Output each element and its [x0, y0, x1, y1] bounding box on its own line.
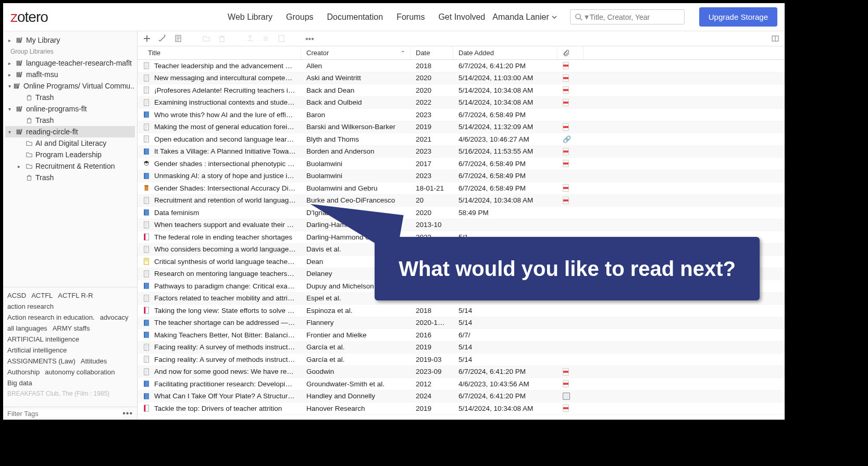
- tag[interactable]: Authorship: [7, 368, 40, 376]
- sidebar-group[interactable]: ▸maflt-msu: [5, 69, 135, 80]
- sidebar-group[interactable]: ▸language-teacher-research-maflt: [5, 57, 135, 69]
- tag[interactable]: ACTFL: [31, 292, 53, 299]
- table-row[interactable]: Taking the long view: State efforts to s…: [138, 305, 785, 317]
- table-row[interactable]: Data feminism D'Ignazio and Klein 2020 5…: [138, 207, 785, 219]
- item-date-added: 6/7/2024, 6:58:49 PM: [453, 172, 557, 180]
- item-date-added: 5/14: [453, 307, 557, 314]
- library-tree: ▸ My Library Group Libraries ▸language-t…: [3, 31, 137, 287]
- item-title: Gender shades : intersectional phenotypi…: [154, 160, 296, 168]
- sidebar-group[interactable]: ▾reading-circle-flt: [5, 126, 135, 137]
- table-row[interactable]: Teacher leadership and the advancement o…: [138, 60, 785, 72]
- item-creator: Goodwin: [301, 368, 411, 375]
- svg-rect-61: [144, 332, 145, 338]
- table-row[interactable]: Unmasking AI: a story of hope and justic…: [138, 170, 785, 183]
- search-box[interactable]: ▾: [570, 9, 685, 24]
- table-row[interactable]: Open education and second language learn…: [138, 133, 785, 146]
- table-row[interactable]: Facilitating practitioner research: Deve…: [138, 378, 785, 391]
- sidebar-child[interactable]: Trash: [5, 92, 135, 103]
- svg-rect-10: [17, 72, 18, 78]
- table-row[interactable]: Recruitment and retention of world langu…: [138, 195, 785, 207]
- add-item-icon[interactable]: [143, 34, 151, 43]
- search-input[interactable]: [590, 13, 680, 21]
- tag[interactable]: Action research in education.: [7, 313, 95, 321]
- item-title: Factors related to teacher mobility and …: [154, 294, 296, 302]
- item-date: 2020: [411, 86, 453, 94]
- table-row[interactable]: ¡Profesores Adelante! Recruiting teacher…: [138, 84, 785, 97]
- pdf-icon: [563, 148, 569, 155]
- table-row[interactable]: Examining instructional contexts and stu…: [138, 97, 785, 109]
- table-row[interactable]: When teachers support and evaluate their…: [138, 219, 785, 232]
- items-toolbar: •••: [138, 31, 785, 46]
- tag[interactable]: ASSIGNMENTS (Law): [7, 357, 76, 365]
- tag[interactable]: advocacy: [100, 313, 129, 321]
- table-row[interactable]: And now for some good news: We have real…: [138, 366, 785, 379]
- chevron-down-icon: [551, 14, 557, 20]
- wand-icon[interactable]: [158, 34, 167, 43]
- item-date-added: 5/14: [453, 356, 557, 363]
- more-actions-icon[interactable]: •••: [305, 34, 314, 43]
- table-row[interactable]: It Takes a Village: A Planned Initiative…: [138, 146, 785, 158]
- column-attachment[interactable]: [557, 46, 584, 59]
- svg-rect-59: [144, 320, 145, 326]
- column-picker-icon[interactable]: [771, 34, 779, 43]
- column-date-added[interactable]: Date Added: [453, 46, 557, 59]
- sidebar-child[interactable]: Trash: [5, 115, 135, 126]
- tag-cutoff: BREAKFAST Club, The (Film : 1985): [7, 390, 133, 397]
- tag[interactable]: autonomy collaboration: [45, 368, 115, 376]
- sidebar-child[interactable]: Program Leadership: [5, 149, 135, 160]
- tag[interactable]: action research: [7, 303, 54, 310]
- tag[interactable]: ACSD: [7, 292, 26, 299]
- tag[interactable]: Artificial intelligence: [7, 346, 67, 354]
- item-title: It Takes a Village: A Planned Initiative…: [154, 147, 296, 155]
- filter-tags-input[interactable]: [7, 410, 122, 418]
- pdf-icon: [563, 123, 569, 131]
- nav-web-library[interactable]: Web Library: [228, 12, 272, 22]
- column-date[interactable]: Date: [411, 46, 453, 59]
- nav-groups[interactable]: Groups: [286, 12, 313, 22]
- table-row[interactable]: Making Teachers Better, Not Bitter: Bala…: [138, 329, 785, 342]
- filter-tags-more-icon[interactable]: •••: [122, 409, 133, 418]
- note-icon[interactable]: [174, 34, 182, 43]
- tag[interactable]: ARMY staffs: [53, 324, 90, 332]
- user-menu[interactable]: Amanda Lanier: [492, 12, 557, 22]
- my-library[interactable]: ▸ My Library: [5, 34, 135, 46]
- sidebar-group[interactable]: ▾online-programs-flt: [5, 103, 135, 115]
- table-row[interactable]: Facing reality: A survey of methods inst…: [138, 354, 785, 366]
- tag[interactable]: ARTIFICIAL intelligence: [7, 335, 79, 343]
- svg-rect-8: [19, 61, 20, 66]
- link-icon: 🔗: [563, 135, 571, 143]
- table-row[interactable]: The teacher shortage can be addressed — …: [138, 317, 785, 330]
- sidebar-child[interactable]: ▸Recruitment & Retention: [5, 160, 135, 172]
- tag[interactable]: Attitudes: [81, 357, 107, 365]
- item-creator: Buolamwini: [301, 160, 411, 168]
- nav-get-involved[interactable]: Get Involved: [438, 12, 485, 22]
- item-date: 2019: [411, 123, 453, 131]
- table-row[interactable]: Tackle the top: Drivers of teacher attri…: [138, 402, 785, 415]
- tag[interactable]: Big data: [7, 379, 32, 387]
- upgrade-storage-button[interactable]: Upgrade Storage: [699, 7, 777, 27]
- item-creator: Allen: [301, 62, 411, 70]
- item-title: Open education and second language learn…: [154, 135, 296, 143]
- table-row[interactable]: Gender Shades: Intersectional Accuracy D…: [138, 182, 785, 195]
- nav-documentation[interactable]: Documentation: [327, 12, 383, 22]
- item-title: Gender Shades: Intersectional Accuracy D…: [154, 184, 296, 192]
- table-row[interactable]: Gender shades : intersectional phenotypi…: [138, 158, 785, 170]
- tag[interactable]: ACTFL R-R: [58, 292, 93, 299]
- table-row[interactable]: Facing reality: A survey of methods inst…: [138, 342, 785, 354]
- table-row[interactable]: New messaging and intercultural competen…: [138, 72, 785, 85]
- sidebar-child[interactable]: AI and Digital Literacy: [5, 137, 135, 149]
- pdf-icon: [563, 197, 569, 204]
- column-creator[interactable]: Creator⌃: [301, 46, 411, 59]
- item-date-added: 5/14/2024, 10:34:08 AM: [453, 86, 557, 94]
- sidebar-group[interactable]: ▾Online Programs/ Virtual Commu...: [5, 80, 135, 92]
- nav-forums[interactable]: Forums: [396, 12, 425, 22]
- item-creator: Aski and Weintritt: [301, 74, 411, 82]
- table-row[interactable]: Who wrote this? how AI and the lure of e…: [138, 109, 785, 121]
- column-title[interactable]: Title: [138, 46, 301, 59]
- table-row[interactable]: What Can I Take Off Your Plate? A Struct…: [138, 391, 785, 403]
- svg-rect-17: [18, 83, 20, 89]
- item-date-added: 5/14/2024, 11:32:09 AM: [453, 123, 557, 131]
- sidebar-child[interactable]: Trash: [5, 172, 135, 183]
- tag[interactable]: all languages: [7, 324, 47, 332]
- table-row[interactable]: Making the most of general education for…: [138, 121, 785, 134]
